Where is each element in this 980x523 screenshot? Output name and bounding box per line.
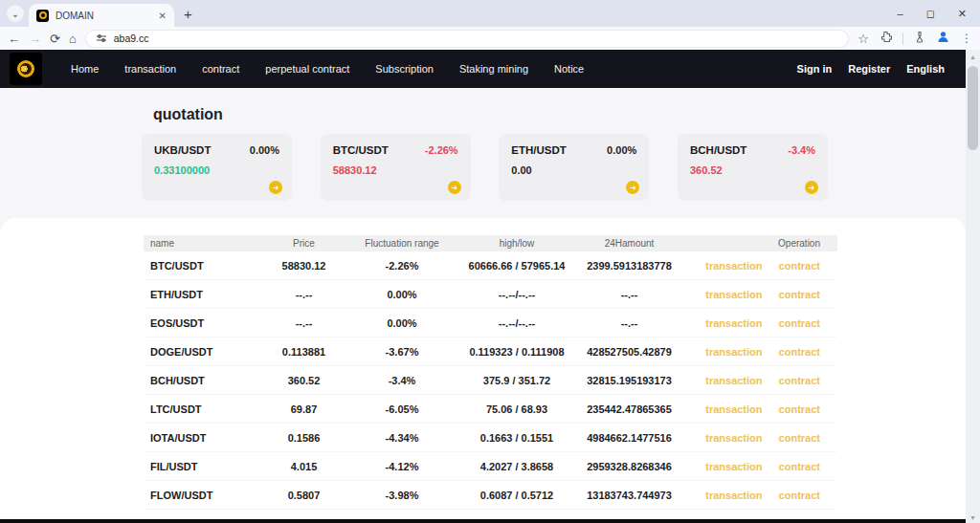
pair-high-low: 0.6087 / 0.5712 bbox=[464, 490, 569, 501]
main-menu: Home transaction contract perpetual cont… bbox=[71, 63, 584, 75]
menu-item-notice[interactable]: Notice bbox=[554, 63, 584, 75]
address-bar[interactable]: aba9.cc bbox=[85, 30, 850, 48]
table-row: BTC/USDT 58830.12 -2.26% 60666.66 / 5796… bbox=[144, 251, 837, 280]
contract-link[interactable]: contract bbox=[779, 317, 820, 329]
pair-range: -6.05% bbox=[340, 403, 464, 415]
browser-tab[interactable]: DOMAIN ✕ bbox=[29, 4, 174, 27]
header-name: name bbox=[144, 238, 268, 249]
transaction-link[interactable]: transaction bbox=[705, 490, 762, 501]
close-window-button[interactable]: ✕ bbox=[958, 8, 967, 20]
tab-close-icon[interactable]: ✕ bbox=[159, 11, 167, 21]
menu-item-contract[interactable]: contract bbox=[202, 63, 239, 75]
card-change: -2.26% bbox=[425, 144, 458, 156]
menu-item-home[interactable]: Home bbox=[71, 63, 99, 75]
home-button[interactable]: ⌂ bbox=[69, 33, 77, 45]
url-text[interactable]: aba9.cc bbox=[114, 33, 149, 44]
new-tab-button[interactable]: + bbox=[184, 6, 192, 22]
pair-name: IOTA/USDT bbox=[144, 432, 268, 444]
table-row: EOS/USDT --.-- 0.00% --.--/--.-- --.-- t… bbox=[144, 309, 837, 338]
tab-title: DOMAIN bbox=[56, 11, 152, 21]
transaction-link[interactable]: transaction bbox=[705, 289, 762, 300]
header-high-low: high/low bbox=[464, 238, 569, 249]
contract-link[interactable]: contract bbox=[779, 432, 820, 444]
pair-range: 0.00% bbox=[340, 317, 464, 329]
pair-name: FIL/USDT bbox=[144, 461, 268, 472]
maximize-button[interactable]: ◻ bbox=[926, 8, 935, 20]
menu-item-staking-mining[interactable]: Staking mining bbox=[459, 63, 528, 75]
toolbar-divider bbox=[902, 33, 903, 45]
pair-price: 0.5807 bbox=[268, 490, 340, 501]
contract-link[interactable]: contract bbox=[779, 289, 820, 300]
back-button[interactable]: ← bbox=[8, 33, 20, 45]
menu-item-subscription[interactable]: Subscription bbox=[375, 63, 434, 75]
ticker-card-btc[interactable]: BTC/USDT -2.26% 58830.12 ➜ bbox=[321, 134, 471, 201]
window-controls: – ◻ ✕ bbox=[898, 0, 967, 27]
transaction-link[interactable]: transaction bbox=[705, 375, 762, 386]
scrollbar-thumb[interactable] bbox=[968, 66, 978, 150]
transaction-link[interactable]: transaction bbox=[705, 317, 762, 329]
pair-name: EOS/USDT bbox=[144, 317, 268, 329]
page-viewport: ▲ ▼ Home transaction contract perpetual … bbox=[0, 50, 980, 523]
page-scrollbar[interactable]: ▲ ▼ bbox=[966, 50, 980, 523]
site-content: Home transaction contract perpetual cont… bbox=[0, 50, 966, 523]
sign-in-link[interactable]: Sign in bbox=[797, 63, 833, 75]
pair-24h-amount: --.-- bbox=[569, 289, 689, 300]
contract-link[interactable]: contract bbox=[779, 490, 820, 501]
contract-link[interactable]: contract bbox=[779, 375, 820, 386]
scroll-up-icon[interactable]: ▲ bbox=[966, 50, 980, 60]
market-table: name Price Fluctuation range high/low 24… bbox=[144, 235, 837, 523]
transaction-link[interactable]: transaction bbox=[705, 432, 762, 444]
pair-high-low: 0.1663 / 0.1551 bbox=[464, 432, 569, 444]
pair-price: --.-- bbox=[268, 317, 340, 329]
ticker-card-ukb[interactable]: UKB/USDT 0.00% 0.33100000 ➜ bbox=[142, 134, 292, 201]
bookmark-star-icon[interactable]: ☆ bbox=[858, 33, 869, 45]
contract-link[interactable]: contract bbox=[779, 461, 820, 472]
menu-item-transaction[interactable]: transaction bbox=[124, 63, 176, 75]
scroll-down-icon[interactable]: ▼ bbox=[966, 514, 980, 521]
pair-operations: transaction contract bbox=[689, 490, 837, 501]
pair-range: -2.26% bbox=[340, 260, 464, 272]
pair-range: -3.98% bbox=[340, 490, 464, 501]
transaction-link[interactable]: transaction bbox=[705, 403, 762, 415]
card-change: 0.00% bbox=[607, 144, 636, 156]
browser-menu-icon[interactable]: ⋮ bbox=[961, 32, 972, 45]
pair-operations: transaction contract bbox=[689, 432, 837, 444]
table-row: IOTA/USDT 0.1586 -4.34% 0.1663 / 0.1551 … bbox=[144, 424, 837, 452]
browser-tab-strip: ⌄ DOMAIN ✕ + – ◻ ✕ bbox=[0, 0, 980, 27]
table-row: ETH/USDT --.-- 0.00% --.--/--.-- --.-- t… bbox=[144, 280, 837, 309]
forward-button[interactable]: → bbox=[29, 33, 41, 45]
profile-avatar[interactable] bbox=[936, 30, 950, 48]
card-go-arrow-icon[interactable]: ➜ bbox=[626, 181, 639, 194]
contract-link[interactable]: contract bbox=[779, 260, 820, 272]
ticker-card-eth[interactable]: ETH/USDT 0.00% 0.00 ➜ bbox=[499, 134, 649, 201]
contract-link[interactable]: contract bbox=[779, 346, 820, 358]
card-go-arrow-icon[interactable]: ➜ bbox=[269, 181, 282, 194]
card-pair: ETH/USDT bbox=[511, 144, 567, 156]
pair-24h-amount: 32815.195193173 bbox=[569, 375, 689, 386]
extension-icon[interactable] bbox=[880, 30, 892, 47]
header-24h-amount: 24Hamount bbox=[569, 238, 689, 249]
card-pair: BTC/USDT bbox=[333, 144, 389, 156]
contract-link[interactable]: contract bbox=[779, 403, 820, 415]
transaction-link[interactable]: transaction bbox=[705, 461, 762, 472]
minimize-button[interactable]: – bbox=[898, 8, 903, 19]
card-pair: UKB/USDT bbox=[154, 144, 211, 156]
transaction-link[interactable]: transaction bbox=[705, 260, 762, 272]
language-selector[interactable]: English bbox=[906, 63, 945, 75]
reload-button[interactable]: ⟳ bbox=[50, 33, 60, 45]
pair-price: 0.1586 bbox=[268, 432, 340, 444]
pair-name: FLOW/USDT bbox=[144, 490, 268, 501]
card-change: -3.4% bbox=[788, 144, 815, 156]
menu-item-perpetual-contract[interactable]: perpetual contract bbox=[265, 63, 349, 75]
ticker-card-bch[interactable]: BCH/USDT -3.4% 360.52 ➜ bbox=[678, 134, 828, 201]
site-settings-icon[interactable] bbox=[96, 33, 107, 44]
transaction-link[interactable]: transaction bbox=[705, 346, 762, 358]
card-go-arrow-icon[interactable]: ➜ bbox=[805, 181, 818, 194]
site-logo[interactable] bbox=[10, 53, 42, 85]
tab-search-icon[interactable]: ⌄ bbox=[7, 5, 24, 22]
flask-icon[interactable] bbox=[914, 30, 925, 47]
pair-24h-amount: --.-- bbox=[569, 317, 689, 329]
card-go-arrow-icon[interactable]: ➜ bbox=[448, 181, 461, 194]
pair-operations: transaction contract bbox=[689, 289, 837, 300]
register-link[interactable]: Register bbox=[848, 63, 890, 75]
